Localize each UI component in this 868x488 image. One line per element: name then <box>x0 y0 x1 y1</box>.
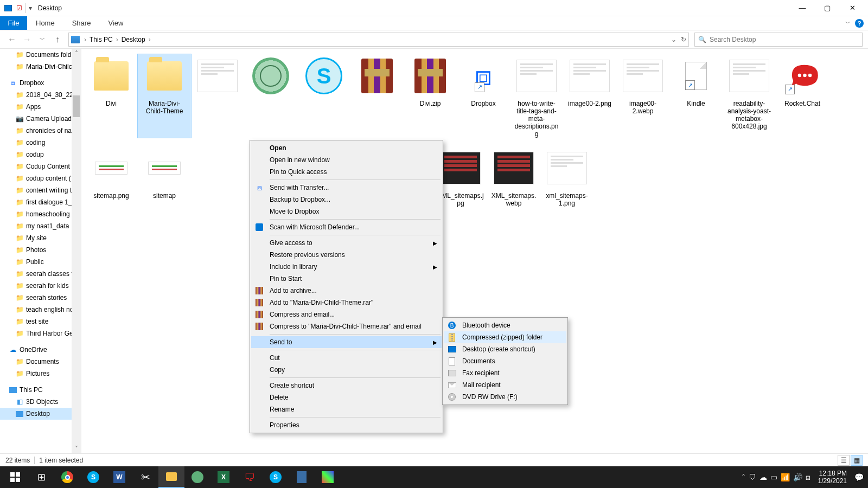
file-item[interactable]: S <box>297 54 350 138</box>
sidebar-item[interactable]: 📁my naat1_data <box>0 220 81 232</box>
submenu-item[interactable]: Compressed (zipped) folder <box>444 331 566 343</box>
sidebar-item[interactable]: 📁coding <box>0 137 81 149</box>
menu-item[interactable]: Open <box>251 142 442 154</box>
sendto-submenu[interactable]: BBluetooth deviceCompressed (zipped) fol… <box>442 317 568 405</box>
file-item[interactable]: how-to-write-title-tags-and-meta-descrip… <box>510 54 563 138</box>
sidebar-item[interactable]: 📁Pictures <box>0 368 81 380</box>
menu-item[interactable]: ⧈Send with Transfer... <box>251 182 442 194</box>
taskview-button[interactable]: ⊞ <box>28 466 54 488</box>
submenu-item[interactable]: DVD RW Drive (F:) <box>444 391 566 403</box>
menu-item[interactable]: Rename <box>251 403 442 415</box>
excel-taskbar-icon[interactable]: X <box>210 466 237 488</box>
menu-item[interactable]: Delete <box>251 391 442 403</box>
search-input[interactable] <box>710 36 859 43</box>
search-bar[interactable]: 🔍 <box>694 33 863 47</box>
taskbar[interactable]: ⊞ S W ✂ X 🗨 S ˄ ⛉ ☁ ▭ 📶 🔊 ⧈ 12:18 PM 1/2… <box>0 466 868 488</box>
sidebar-item[interactable]: 📁Third Harbor Gen <box>0 328 81 339</box>
sidebar-item[interactable]: 📁teach english no <box>0 304 81 316</box>
sidebar-item[interactable]: 📁seerah stories <box>0 292 81 304</box>
snip-taskbar-icon[interactable]: ✂ <box>132 466 158 488</box>
menu-item[interactable]: Move to Dropbox <box>251 206 442 217</box>
file-item[interactable]: ↗Kindle <box>669 54 723 138</box>
sidebar-item[interactable]: 📷Camera Uploads <box>0 113 81 125</box>
file-item[interactable]: Divi.zip <box>404 54 457 138</box>
menu-item[interactable]: Backup to Dropbox... <box>251 194 442 206</box>
sidebar-item[interactable]: 📁codup content ( <box>0 172 81 184</box>
file-item[interactable]: Maria-Divi-Child-Theme <box>138 54 191 138</box>
menu-item[interactable]: Give access to▶ <box>251 237 442 249</box>
file-item[interactable]: ↗Rocket.Chat <box>776 54 829 138</box>
sidebar-item[interactable]: 📁Documents <box>0 356 81 368</box>
submenu-item[interactable]: BBluetooth device <box>444 319 566 331</box>
sidebar-item[interactable]: 📁content writing t <box>0 184 81 196</box>
submenu-item[interactable]: Documents <box>444 355 566 367</box>
menu-item[interactable]: Scan with Microsoft Defender... <box>251 221 442 233</box>
skype-taskbar-icon[interactable]: S <box>80 466 106 488</box>
context-menu[interactable]: OpenOpen in new windowPin to Quick acces… <box>250 140 443 433</box>
tray-onedrive-icon[interactable]: ☁ <box>760 473 767 481</box>
tray-wifi-icon[interactable]: 📶 <box>781 473 790 481</box>
ribbon-view-tab[interactable]: View <box>99 16 132 30</box>
sidebar-item[interactable]: 📁Apps <box>0 101 81 113</box>
sidebar-item[interactable]: 📁Documents fold <box>0 49 81 61</box>
menu-item[interactable]: Pin to Quick access <box>251 166 442 178</box>
sidebar-item[interactable]: This PC <box>0 384 81 396</box>
menu-item[interactable]: Compress to "Maria-Divi-Child-Theme.rar"… <box>251 320 442 332</box>
chrome-taskbar-icon[interactable] <box>54 466 80 488</box>
maximize-button[interactable]: ▢ <box>815 0 840 16</box>
breadcrumb-thispc[interactable]: This PC <box>87 36 115 43</box>
scroll-down-icon[interactable]: ˅ <box>72 444 81 453</box>
sidebar-item[interactable]: 📁homeschooling <box>0 208 81 220</box>
ribbon-home-tab[interactable]: Home <box>27 16 63 30</box>
back-button[interactable]: ← <box>5 33 18 46</box>
file-item[interactable]: ⧈↗Dropbox <box>457 54 510 138</box>
menu-item[interactable]: Open in new window <box>251 154 442 166</box>
menu-item[interactable]: Create shortcut <box>251 380 442 391</box>
file-item[interactable]: Divi <box>85 54 138 138</box>
breadcrumb-desktop[interactable]: Desktop <box>119 36 148 43</box>
word-taskbar-icon[interactable]: W <box>106 466 132 488</box>
file-item[interactable]: image00-2.png <box>563 54 616 138</box>
explorer-taskbar-icon[interactable] <box>158 466 184 488</box>
menu-item[interactable]: Add to "Maria-Divi-Child-Theme.rar" <box>251 297 442 309</box>
sidebar-item[interactable]: Desktop <box>0 408 81 420</box>
refresh-icon[interactable]: ↻ <box>681 36 686 43</box>
menu-item[interactable]: Send to▶ <box>251 336 442 348</box>
minimize-button[interactable]: — <box>790 0 815 16</box>
sidebar-item[interactable]: 📁Codup Content <box>0 160 81 172</box>
sidebar-item[interactable]: ⧈Dropbox <box>0 77 81 89</box>
ribbon-expand-icon[interactable]: ﹀ <box>845 20 851 27</box>
file-item[interactable]: sitemap <box>138 146 191 214</box>
recent-dropdown[interactable]: ﹀ <box>36 33 49 46</box>
sidebar-item[interactable]: 📁seerah classes fo <box>0 268 81 280</box>
submenu-item[interactable]: Mail recipient <box>444 379 566 391</box>
submenu-item[interactable]: Fax recipient <box>444 367 566 379</box>
menu-item[interactable]: Copy <box>251 364 442 376</box>
file-item[interactable] <box>244 54 297 138</box>
forward-button[interactable]: → <box>21 33 34 46</box>
sidebar-item[interactable]: 📁My site <box>0 232 81 244</box>
tray-battery-icon[interactable]: ▭ <box>770 473 777 481</box>
file-view[interactable]: DiviMaria-Divi-Child-ThemeSDivi.zip⧈↗Dro… <box>81 49 868 453</box>
ribbon-share-tab[interactable]: Share <box>63 16 100 30</box>
menu-item[interactable]: Pin to Start <box>251 273 442 285</box>
icons-view-button[interactable]: ▦ <box>851 455 863 466</box>
ribbon-file-tab[interactable]: File <box>0 16 27 30</box>
sidebar-item[interactable]: ☁OneDrive <box>0 344 81 356</box>
sidebar-item[interactable]: 📁first dialogue 1_c <box>0 196 81 208</box>
details-view-button[interactable]: ☰ <box>838 455 850 466</box>
sidebar-item[interactable]: 📁seerah for kids <box>0 280 81 292</box>
tray-volume-icon[interactable]: 🔊 <box>793 473 802 481</box>
qat-dropdown-icon[interactable]: ▾ <box>25 3 35 13</box>
up-button[interactable]: ↑ <box>51 33 64 46</box>
sidebar-item[interactable]: 📁Photos <box>0 244 81 256</box>
sidebar-item[interactable]: ◧3D Objects <box>0 396 81 408</box>
tray-overflow-icon[interactable]: ˄ <box>742 473 745 481</box>
atom-taskbar-icon[interactable] <box>184 466 210 488</box>
scroll-thumb[interactable] <box>73 95 80 117</box>
sidebar-item[interactable]: 📁Maria-Divi-Chilc <box>0 61 81 73</box>
tray-security-icon[interactable]: ⛉ <box>749 473 756 481</box>
tray-dropbox-icon[interactable]: ⧈ <box>806 473 810 482</box>
misc-taskbar-icon[interactable] <box>315 466 341 488</box>
file-item[interactable]: XML_sitemaps.webp <box>487 146 540 214</box>
